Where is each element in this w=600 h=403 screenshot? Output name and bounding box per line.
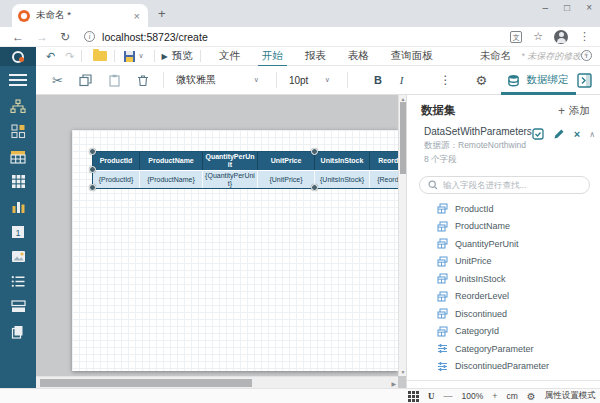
field-item[interactable]: ProductName (437, 218, 600, 236)
tool-matrix-icon[interactable] (0, 169, 36, 194)
field-item[interactable]: ProductId (437, 200, 600, 218)
cut-icon[interactable]: ✂ (52, 74, 63, 87)
forward-icon[interactable]: → (36, 30, 48, 44)
parameter-item[interactable]: DiscontinuedParameter (437, 358, 600, 376)
tool-duplicate-icon[interactable] (0, 319, 36, 344)
tool-rows-icon[interactable] (0, 294, 36, 319)
menu-tab-table[interactable]: 表格 (344, 47, 373, 65)
tool-components-icon[interactable] (0, 119, 36, 144)
tab-data-binding[interactable]: 数据绑定 (507, 66, 568, 95)
window-minimize-button[interactable]: – (543, 2, 549, 13)
parameter-item[interactable]: CategoryParameter (437, 340, 600, 358)
field-item[interactable]: CategoryId (437, 323, 600, 341)
table-header-cell[interactable]: QuantityPerUnit (203, 152, 258, 170)
selection-handle[interactable] (311, 148, 318, 155)
tool-textbox-icon[interactable]: 1 (0, 219, 36, 244)
italic-button[interactable]: I (400, 74, 404, 86)
undo-icon[interactable]: ↶ (46, 50, 55, 63)
table-value-cell[interactable]: {QuantityPerUnit} (203, 170, 258, 188)
delete-icon[interactable] (137, 74, 149, 87)
snap-magnet-icon[interactable]: U (428, 391, 435, 401)
table-value-cell[interactable]: {UnitsInStock} (315, 170, 370, 188)
tool-image-icon[interactable] (0, 244, 36, 269)
edit-pencil-icon[interactable] (553, 128, 565, 140)
tool-chart-icon[interactable] (0, 194, 36, 219)
settings-gear-icon[interactable]: ⚙ (476, 73, 488, 88)
field-item[interactable]: QuantityPerUnit (437, 235, 600, 253)
back-icon[interactable]: ← (12, 30, 24, 44)
table-header-cell[interactable]: ProductId (93, 152, 140, 170)
tool-table-icon[interactable] (0, 144, 36, 169)
preview-button[interactable]: ▶ 预览 (162, 49, 193, 63)
table-header-cell[interactable]: UnitPrice (258, 152, 315, 170)
menu-tab-file[interactable]: 文件 (215, 47, 244, 65)
copy-icon[interactable] (79, 74, 92, 87)
selection-handle[interactable] (311, 184, 318, 191)
paste-icon[interactable] (108, 74, 121, 87)
field-search-box[interactable] (419, 176, 590, 194)
horizontal-scroll-thumb[interactable] (40, 379, 252, 387)
font-size-select[interactable]: 10pt ∨ (289, 75, 333, 86)
redo-icon[interactable]: ↷ (65, 50, 74, 63)
open-folder-icon[interactable] (93, 51, 107, 61)
save-icon[interactable] (124, 51, 135, 62)
menu-tab-report[interactable]: 报表 (301, 47, 330, 65)
zoom-in-button[interactable]: + (492, 391, 497, 401)
add-dataset-button[interactable]: + 添加 (558, 104, 590, 118)
table-header-cell[interactable]: ReorderLevel (370, 152, 398, 170)
more-options-icon[interactable]: ⋮ (440, 73, 452, 87)
menu-tab-home[interactable]: 开始 (258, 47, 287, 65)
property-mode-label[interactable]: 属性设置模式 (545, 390, 596, 402)
selection-handle[interactable] (89, 148, 96, 155)
bookmark-star-icon[interactable]: ☆ (533, 30, 543, 43)
url-bar[interactable]: i localhost:58723/create (84, 31, 510, 43)
hamburger-menu-icon[interactable] (0, 66, 36, 94)
vertical-scrollbar[interactable]: ▲ ▼ (398, 95, 406, 376)
selection-handle[interactable] (89, 166, 96, 173)
window-close-button[interactable]: × (586, 2, 592, 13)
browser-menu-icon[interactable]: ⋮ (579, 30, 590, 43)
horizontal-scrollbar[interactable]: ▶ (36, 376, 398, 388)
profile-avatar[interactable] (554, 30, 568, 44)
table-value-cell[interactable]: {UnitPrice} (258, 170, 315, 188)
table-header-cell[interactable]: UnitsInStock (315, 152, 370, 170)
table-value-cell[interactable]: {ReorderLevel} (370, 170, 398, 188)
reload-icon[interactable]: ↻ (60, 30, 70, 44)
save-caret-icon[interactable]: ∨ (138, 52, 143, 60)
tool-list-icon[interactable] (0, 269, 36, 294)
scroll-right-icon[interactable]: ▶ (391, 380, 396, 387)
site-info-icon[interactable]: i (84, 31, 95, 42)
unit-label[interactable]: cm (507, 391, 518, 401)
browser-tab[interactable]: 未命名 * × (12, 4, 148, 27)
report-table[interactable]: ProductId ProductName QuantityPerUnit Un… (93, 152, 398, 188)
field-item[interactable]: UnitPrice (437, 253, 600, 271)
tool-hierarchy-icon[interactable] (0, 94, 36, 119)
table-value-cell[interactable]: {ProductName} (140, 170, 203, 188)
menu-tab-query-panel[interactable]: 查询面板 (387, 47, 437, 65)
zoom-out-button[interactable]: — (444, 391, 453, 401)
field-item[interactable]: UnitsInStock (437, 270, 600, 288)
app-info-icon[interactable]: i (581, 50, 592, 61)
panel-collapse-icon[interactable] (577, 73, 592, 88)
table-header-cell[interactable]: ProductName (140, 152, 203, 170)
field-item[interactable]: Discontinued (437, 305, 600, 323)
search-input[interactable] (443, 180, 581, 190)
selection-handle[interactable] (89, 184, 96, 191)
collapse-chevron-icon[interactable]: ∧ (589, 130, 595, 139)
field-item[interactable]: ReorderLevel (437, 288, 600, 306)
design-canvas[interactable]: ProductId ProductName QuantityPerUnit Un… (36, 95, 406, 388)
new-tab-button[interactable]: + (158, 6, 166, 21)
dataset-item[interactable]: DataSetWithParameters 数据源：RemoteNorthwin… (407, 124, 600, 172)
grid-toggle-icon[interactable] (408, 391, 419, 402)
font-family-select[interactable]: 微软雅黑 ∨ (176, 73, 262, 87)
report-page[interactable]: ProductId ProductName QuantityPerUnit Un… (72, 130, 398, 371)
validate-icon[interactable] (532, 128, 544, 140)
bold-button[interactable]: B (374, 74, 382, 86)
delete-dataset-icon[interactable]: × (574, 129, 580, 140)
table-value-cell[interactable]: {ProductId} (93, 170, 140, 188)
window-maximize-button[interactable]: □ (564, 2, 570, 13)
settings-gear-icon[interactable]: ⚙ (527, 391, 536, 402)
translate-icon[interactable]: 文 (510, 31, 522, 43)
tab-close-icon[interactable]: × (132, 10, 142, 22)
scroll-down-icon[interactable]: ▼ (399, 369, 406, 375)
